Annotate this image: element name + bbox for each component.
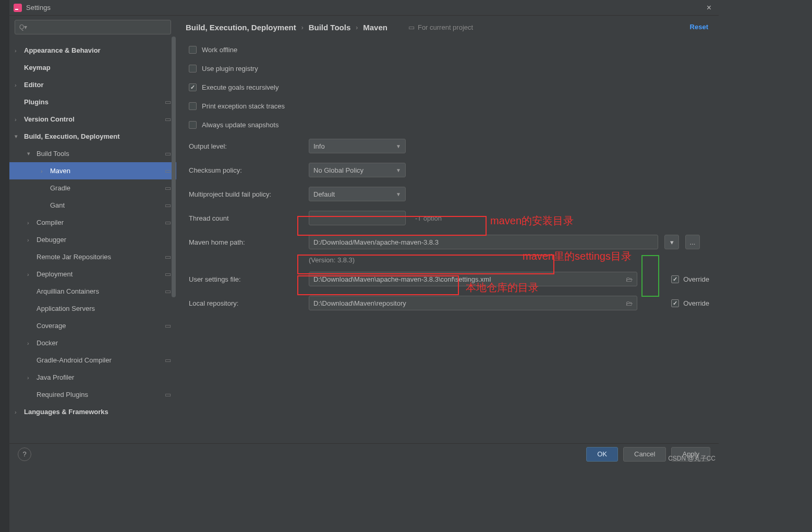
- checkbox-work-offline[interactable]: [189, 46, 197, 54]
- sidebar-item-gant[interactable]: Gant▭: [9, 197, 176, 214]
- sidebar-item-compiler[interactable]: ›Compiler▭: [9, 214, 176, 231]
- copy-icon: ▭: [165, 287, 171, 295]
- settings-form: Work offlineUse plugin registryExecute g…: [186, 40, 709, 315]
- tree-label: Application Servers: [37, 305, 95, 312]
- search-input[interactable]: Q▾: [15, 20, 171, 34]
- copy-icon: ▭: [165, 201, 171, 209]
- hint-text: -T option: [415, 214, 442, 222]
- sidebar-item-maven[interactable]: ›Maven▭: [9, 162, 176, 179]
- checkbox-always-update-snapshots[interactable]: [189, 121, 197, 129]
- checkbox-label: Use plugin registry: [202, 65, 258, 72]
- annotation-text-settings: maven里的settings目录: [523, 249, 632, 263]
- checkbox-use-plugin-registry[interactable]: [189, 65, 197, 72]
- folder-icon[interactable]: 🗁: [626, 299, 633, 307]
- body: Q▾ ›Appearance & BehaviorKeymap›EditorPl…: [9, 16, 719, 443]
- chevron-icon: ›: [27, 374, 33, 381]
- crumb-0[interactable]: Build, Execution, Deployment: [186, 23, 296, 32]
- sidebar: Q▾ ›Appearance & BehaviorKeymap›EditorPl…: [9, 16, 176, 443]
- sidebar-item-gradle-android-compiler[interactable]: Gradle-Android Compiler▭: [9, 352, 176, 369]
- select-output-level-[interactable]: Info▼: [309, 139, 406, 153]
- tree-label: Gradle-Android Compiler: [37, 356, 112, 364]
- checkbox-label: Execute goals recursively: [202, 83, 278, 91]
- copy-icon: ▭: [165, 322, 171, 330]
- copy-icon: ▭: [165, 150, 171, 158]
- chevron-down-icon: ▼: [396, 167, 401, 173]
- chevron-down-icon: ▼: [396, 143, 401, 149]
- select-multiproject-build-fail-policy-[interactable]: Default▼: [309, 187, 406, 201]
- chevron-icon: ›: [27, 340, 33, 346]
- tree-label: Editor: [24, 81, 44, 89]
- svg-rect-1: [15, 9, 18, 10]
- tree-label: Languages & Frameworks: [24, 408, 108, 416]
- tree-label: Compiler: [37, 219, 64, 226]
- help-button[interactable]: ?: [18, 448, 31, 461]
- copy-icon: ▭: [165, 167, 171, 175]
- sidebar-item-version-control[interactable]: ›Version Control▭: [9, 111, 176, 128]
- sidebar-item-arquillian-containers[interactable]: Arquillian Containers▭: [9, 283, 176, 300]
- sidebar-item-editor[interactable]: ›Editor: [9, 76, 176, 93]
- field-label: Maven home path:: [189, 238, 309, 246]
- field-label: Multiproject build fail policy:: [189, 190, 309, 198]
- tree-label: Gant: [50, 201, 65, 209]
- chevron-right-icon: ›: [356, 24, 358, 31]
- override-label: Override: [683, 275, 709, 283]
- crumb-2: Maven: [363, 23, 387, 32]
- checkbox-execute-goals-recursively[interactable]: [189, 83, 197, 91]
- sidebar-scrollbar[interactable]: [171, 16, 176, 443]
- tree-label: Build, Execution, Deployment: [24, 132, 119, 140]
- annotation-text-home: maven的安装目录: [490, 214, 574, 228]
- tree-label: Required Plugins: [37, 391, 88, 398]
- main-panel: Build, Execution, Deployment › Build Too…: [176, 16, 719, 443]
- sidebar-item-docker[interactable]: ›Docker: [9, 334, 176, 352]
- chevron-icon: ›: [15, 409, 21, 415]
- sidebar-item-build-tools[interactable]: ▾Build Tools▭: [9, 145, 176, 162]
- cancel-button[interactable]: Cancel: [623, 447, 666, 462]
- dropdown-button[interactable]: ▾: [664, 235, 679, 249]
- tree-label: Maven: [50, 167, 70, 175]
- tree-label: Java Profiler: [37, 373, 74, 381]
- copy-icon: ▭: [165, 98, 171, 106]
- sidebar-item-plugins[interactable]: Plugins▭: [9, 93, 176, 111]
- tree-label: Version Control: [24, 115, 75, 123]
- sidebar-item-deployment[interactable]: ›Deployment▭: [9, 265, 176, 283]
- chevron-icon: ›: [27, 220, 33, 226]
- crumb-1[interactable]: Build Tools: [309, 23, 351, 32]
- copy-icon: ▭: [165, 391, 171, 398]
- override-checkbox[interactable]: [671, 299, 679, 307]
- sidebar-item-remote-jar-repositories[interactable]: Remote Jar Repositories▭: [9, 248, 176, 265]
- folder-icon[interactable]: 🗁: [626, 275, 633, 283]
- sidebar-item-debugger[interactable]: ›Debugger: [9, 231, 176, 248]
- browse-button[interactable]: ...: [685, 235, 700, 249]
- thread-count-input[interactable]: [309, 211, 406, 225]
- chevron-icon: ›: [27, 271, 33, 277]
- chevron-icon: ›: [15, 82, 21, 88]
- ok-button[interactable]: OK: [586, 447, 618, 462]
- checkbox-print-exception-stack-traces[interactable]: [189, 102, 197, 110]
- dialog-footer: ? OK Cancel Apply: [9, 443, 719, 464]
- local-repository-input[interactable]: D:\Download\Maven\repository🗁: [309, 296, 637, 310]
- override-checkbox[interactable]: [671, 275, 679, 283]
- tree-label: Arquillian Containers: [37, 287, 99, 295]
- copy-icon: ▭: [165, 270, 171, 278]
- field-label: Thread count: [189, 214, 309, 222]
- project-scope: ▭ For current project: [408, 23, 473, 31]
- sidebar-item-appearance-behavior[interactable]: ›Appearance & Behavior: [9, 42, 176, 59]
- sidebar-item-languages-frameworks[interactable]: ›Languages & Frameworks: [9, 403, 176, 420]
- sidebar-item-gradle[interactable]: Gradle▭: [9, 179, 176, 197]
- chevron-icon: ▾: [27, 150, 33, 157]
- sidebar-item-coverage[interactable]: Coverage▭: [9, 317, 176, 334]
- copy-icon: ▭: [165, 115, 171, 123]
- sidebar-item-keymap[interactable]: Keymap: [9, 59, 176, 76]
- copy-icon: ▭: [165, 356, 171, 364]
- select-checksum-policy-[interactable]: No Global Policy▼: [309, 163, 406, 177]
- sidebar-item-required-plugins[interactable]: Required Plugins▭: [9, 386, 176, 403]
- maven-home-input[interactable]: D:/Download/Maven/apache-maven-3.8.3: [309, 235, 658, 249]
- sidebar-item-application-servers[interactable]: Application Servers: [9, 300, 176, 317]
- sidebar-item-java-profiler[interactable]: ›Java Profiler: [9, 369, 176, 386]
- sidebar-item-build-execution-deployment[interactable]: ▾Build, Execution, Deployment: [9, 128, 176, 145]
- tree-label: Gradle: [50, 184, 70, 192]
- close-icon[interactable]: ×: [704, 3, 714, 13]
- reset-link[interactable]: Reset: [690, 23, 708, 31]
- svg-rect-0: [14, 4, 22, 12]
- tree-label: Keymap: [24, 64, 51, 71]
